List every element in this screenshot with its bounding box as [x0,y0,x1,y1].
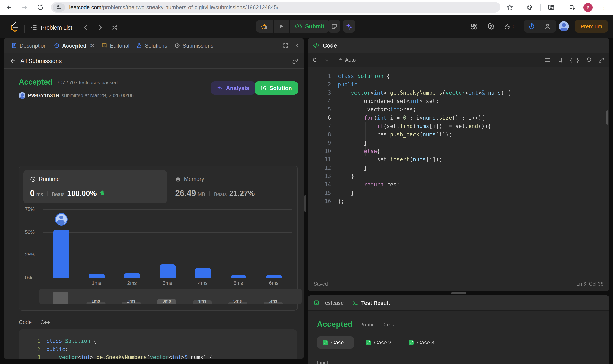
chart-bar-slot[interactable] [185,209,221,278]
fullscreen-editor-icon[interactable] [599,57,604,63]
address-bar[interactable]: leetcode.com/problems/the-two-sneaky-num… [51,2,500,13]
analysis-button[interactable]: Analysis [211,81,255,95]
runtime-value: 0 [30,188,35,198]
submitter-avatar[interactable] [19,92,26,99]
tab-submissions[interactable]: Submissions [171,42,217,49]
layout-grid-icon[interactable] [470,23,477,30]
user-avatar[interactable] [559,21,569,31]
extensions-icon[interactable] [526,4,533,10]
premium-button[interactable]: Premium [575,20,608,33]
chart-minimap[interactable]: 1ms2ms3ms4ms5ms6ms [39,289,302,304]
session-tools-group [524,20,556,33]
case-chip-label: Case 2 [374,339,391,346]
minimap-slot[interactable] [42,289,78,304]
settings-gear-icon[interactable] [487,23,495,30]
copy-link-icon[interactable] [292,58,298,64]
chart-bar-slot[interactable] [114,209,150,278]
prev-problem-icon[interactable] [83,24,89,31]
browser-menu-icon[interactable]: ⋮ [601,3,607,11]
code-editor[interactable]: 1class Solution {2public:3 vector<int> g… [308,67,609,276]
console-tabbar: Testcase Test Result [308,295,609,311]
runtime-bar-0ms[interactable] [53,230,69,278]
runtime-bar-6ms[interactable] [266,275,282,278]
snippets-icon[interactable]: { } [569,57,579,63]
format-code-icon[interactable] [544,57,551,63]
vertical-resize-handle[interactable] [304,195,306,212]
y-tick-0: 0% [25,275,42,280]
save-status: Saved [313,281,328,287]
solution-button[interactable]: Solution [255,81,298,95]
bookmark-icon[interactable] [557,57,563,63]
leetcode-logo[interactable] [9,21,19,32]
tab-testcase[interactable]: Testcase [313,299,344,306]
search-tabs-icon[interactable] [548,4,555,11]
reset-code-icon[interactable] [586,57,592,63]
auto-mode-toggle[interactable]: Auto [338,57,356,63]
reading-list-icon[interactable] [569,4,576,11]
streak-counter[interactable]: 0 [504,23,515,30]
chart-bar-slot[interactable] [221,209,256,278]
lock-icon [338,58,343,63]
ai-assistant-button[interactable] [343,20,355,33]
notes-button[interactable] [328,20,340,33]
minimap-slot[interactable]: 1ms [78,289,113,304]
tab-test-result[interactable]: Test Result [352,299,390,306]
run-controls-group: Submit [256,20,329,33]
memory-card[interactable]: Memory 26.49 MB Beats 21.27% [175,170,292,204]
cursor-position: Ln 6, Col 38 [576,281,603,287]
collapse-panel-icon[interactable] [294,43,300,48]
shuffle-icon[interactable] [111,24,118,31]
submit-button[interactable]: Submit [290,20,329,33]
chart-bar-slot[interactable] [256,209,291,278]
chart-bar-slot[interactable] [43,209,79,278]
minimap-slot[interactable]: 5ms [220,289,255,304]
tab-solutions[interactable]: Solutions [133,42,170,49]
case-chip-label: Case 1 [331,339,348,346]
runtime-card[interactable]: Runtime 0 ms Beats 100.00% [23,170,167,204]
bookmark-star-icon[interactable] [506,4,513,11]
chart-bar-slot[interactable] [79,209,114,278]
minimap-slot[interactable]: 2ms [113,289,149,304]
timer-button[interactable] [524,23,540,30]
problem-list-label[interactable]: Problem List [41,25,72,31]
editor-scrollbar[interactable] [606,110,608,125]
minimap-slot[interactable]: 6ms [255,289,291,304]
close-tab-icon[interactable]: ✕ [90,42,94,49]
tab-description[interactable]: Description [8,42,50,49]
invite-user-button[interactable] [540,23,556,30]
chart-bar-slot[interactable] [150,209,185,278]
minimap-label: 1ms [78,299,113,304]
expand-panel-icon[interactable] [283,42,288,48]
horizontal-resize-handle[interactable] [451,292,466,294]
minimap-slot[interactable]: 4ms [184,289,220,304]
site-settings-icon[interactable] [52,3,65,12]
code-line: 15 } [308,189,511,197]
next-problem-icon[interactable] [97,24,104,31]
run-button[interactable] [274,20,289,33]
runtime-unit: ms [36,191,43,197]
runtime-bar-5ms[interactable] [230,275,246,278]
runtime-bar-2ms[interactable] [124,273,140,278]
browser-reload-button[interactable] [37,4,44,11]
all-submissions-label[interactable]: All Submissions [20,58,62,64]
debug-button[interactable] [256,20,273,33]
runtime-bar-4ms[interactable] [195,268,211,278]
browser-forward-button[interactable] [21,4,28,11]
code-line: 1class Solution { [19,337,213,345]
chevron-down-icon[interactable] [325,58,329,62]
back-icon[interactable] [10,58,16,64]
submitter-username[interactable]: Pv9GY1n31H [28,92,59,98]
browser-back-button[interactable] [6,4,13,11]
case-chip-1[interactable]: Case 1 [317,337,354,349]
runtime-bar-3ms[interactable] [159,265,175,278]
language-select[interactable]: C++ [313,57,323,63]
case-chip-3[interactable]: Case 3 [403,337,440,349]
browser-profile-avatar[interactable]: P [583,3,593,12]
problem-list-icon[interactable] [30,24,38,31]
tab-accepted[interactable]: Accepted ✕ [51,42,98,49]
minimap-slot[interactable]: 3ms [149,289,184,304]
case-chip-2[interactable]: Case 2 [360,337,397,349]
tab-editorial[interactable]: Editorial [98,42,133,49]
code-line: 2public: [308,80,511,89]
runtime-bar-1ms[interactable] [89,273,104,278]
